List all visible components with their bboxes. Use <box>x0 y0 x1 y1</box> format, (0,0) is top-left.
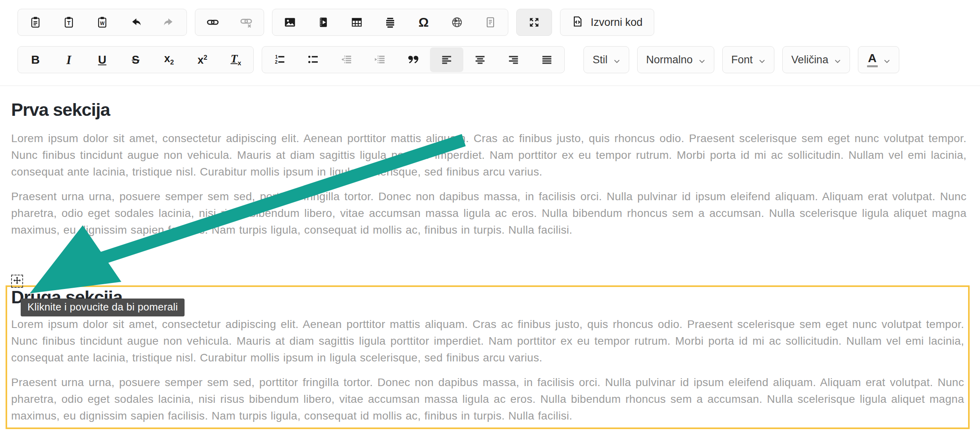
align-center-button[interactable] <box>463 47 497 72</box>
maximize-button[interactable] <box>517 10 551 35</box>
source-code-icon <box>572 16 583 29</box>
link-button[interactable] <box>196 10 229 35</box>
align-right-icon <box>508 54 519 66</box>
iframe-button[interactable] <box>440 10 474 35</box>
paragraph[interactable]: Praesent urna urna, posuere semper sem s… <box>11 374 964 424</box>
paste-icon <box>29 16 41 28</box>
unlink-icon <box>240 16 253 29</box>
clipboard-group: T W <box>18 9 187 36</box>
justify-button[interactable] <box>530 47 564 72</box>
source-code-label: Izvorni kod <box>591 16 643 29</box>
horizontal-line-button[interactable] <box>373 10 407 35</box>
link-group <box>195 9 264 36</box>
font-dropdown-label: Font <box>731 54 753 66</box>
bulleted-list-button[interactable] <box>296 47 330 72</box>
decrease-indent-button[interactable] <box>330 47 363 72</box>
numbered-list-icon: 12 <box>274 54 286 66</box>
svg-text:W: W <box>100 21 105 26</box>
source-code-button[interactable]: Izvorni kod <box>560 9 654 36</box>
paste-plain-text-button[interactable]: T <box>52 10 86 35</box>
page-template-button[interactable] <box>474 10 507 35</box>
chevron-down-icon <box>834 54 841 66</box>
increase-indent-icon <box>374 54 386 66</box>
move-icon <box>13 276 21 287</box>
redo-button[interactable] <box>152 10 186 35</box>
section-heading[interactable]: Prva sekcija <box>11 100 966 120</box>
superscript-icon: x2 <box>198 54 208 66</box>
table-button[interactable] <box>340 10 373 35</box>
paste-from-word-button[interactable]: W <box>86 10 119 35</box>
special-character-button[interactable]: Ω <box>407 10 440 35</box>
subscript-icon: x2 <box>164 53 174 66</box>
paragraph[interactable]: Lorem ipsum dolor sit amet, consectetur … <box>11 316 964 366</box>
numbered-list-button[interactable]: 12 <box>263 47 296 72</box>
superscript-button[interactable]: x2 <box>186 47 219 72</box>
paragraph[interactable]: Lorem ipsum dolor sit amet, consectetur … <box>11 130 966 180</box>
undo-button[interactable] <box>119 10 152 35</box>
paragraph-group: 12 <box>262 46 565 73</box>
strikethrough-button[interactable]: S <box>119 47 152 72</box>
svg-text:1: 1 <box>275 54 278 60</box>
align-right-button[interactable] <box>497 47 530 72</box>
image-icon <box>284 16 296 29</box>
subscript-button[interactable]: x2 <box>152 47 186 72</box>
underline-icon: U <box>98 54 107 66</box>
font-size-dropdown[interactable]: Veličina <box>782 46 850 73</box>
blockquote-button[interactable] <box>397 47 430 72</box>
maximize-icon <box>528 16 540 28</box>
styles-dropdown-label: Stil <box>593 54 608 66</box>
chevron-down-icon <box>614 54 620 66</box>
blockquote-icon <box>406 53 420 66</box>
maximize-group <box>516 9 552 36</box>
undo-icon <box>130 16 142 28</box>
toolbar-row-1: T W <box>18 9 654 36</box>
svg-text:2: 2 <box>275 59 278 65</box>
toolbar-divider <box>0 86 980 86</box>
media-embed-button[interactable] <box>307 10 340 35</box>
drag-tooltip: Kliknite i povucite da bi pomerali <box>21 299 185 316</box>
paste-from-word-icon: W <box>96 16 108 28</box>
unlink-button[interactable] <box>229 10 263 35</box>
paste-button[interactable] <box>19 10 52 35</box>
font-dropdown[interactable]: Font <box>722 46 774 73</box>
section-first[interactable]: Prva sekcija Lorem ipsum dolor sit amet,… <box>11 100 966 246</box>
align-left-button[interactable] <box>430 47 463 72</box>
paste-plain-text-icon: T <box>63 16 75 28</box>
bold-icon: B <box>31 54 40 66</box>
font-color-icon: A <box>867 52 878 67</box>
insert-group: Ω <box>272 9 508 36</box>
basic-styles-group: B I U S x2 x2 Tx <box>18 46 254 73</box>
toolbar-row-2: B I U S x2 x2 Tx 12 <box>18 46 899 73</box>
underline-button[interactable]: U <box>86 47 119 72</box>
decrease-indent-icon <box>340 54 352 66</box>
paragraph-format-label: Normalno <box>646 54 693 66</box>
remove-format-icon: Tx <box>231 53 241 66</box>
rich-text-editor: { "toolbar": { "source_button_label": "I… <box>0 0 980 445</box>
special-character-icon: Ω <box>418 16 429 29</box>
remove-format-button[interactable]: Tx <box>219 47 253 72</box>
align-left-icon <box>441 54 453 66</box>
iframe-globe-icon <box>451 16 463 28</box>
chevron-down-icon <box>759 54 765 66</box>
paragraph-format-dropdown[interactable]: Normalno <box>637 46 714 73</box>
image-button[interactable] <box>273 10 307 35</box>
italic-icon: I <box>66 54 71 66</box>
font-size-dropdown-label: Veličina <box>791 54 828 66</box>
styles-dropdown[interactable]: Stil <box>583 46 629 73</box>
align-center-icon <box>474 54 486 66</box>
font-color-dropdown[interactable]: A <box>858 46 899 73</box>
bulleted-list-icon <box>307 54 319 66</box>
page-template-icon <box>484 16 496 28</box>
italic-button[interactable]: I <box>52 47 86 72</box>
strikethrough-icon: S <box>132 54 139 66</box>
media-embed-icon <box>317 16 329 28</box>
bold-button[interactable]: B <box>19 47 52 72</box>
svg-text:T: T <box>67 20 71 26</box>
chevron-down-icon <box>699 54 705 66</box>
increase-indent-button[interactable] <box>363 47 397 72</box>
paragraph[interactable]: Praesent urna urna, posuere semper sem s… <box>11 188 966 238</box>
horizontal-line-icon <box>384 16 396 28</box>
redo-icon <box>163 16 175 28</box>
drag-handle[interactable] <box>11 275 23 288</box>
chevron-down-icon <box>884 54 890 66</box>
